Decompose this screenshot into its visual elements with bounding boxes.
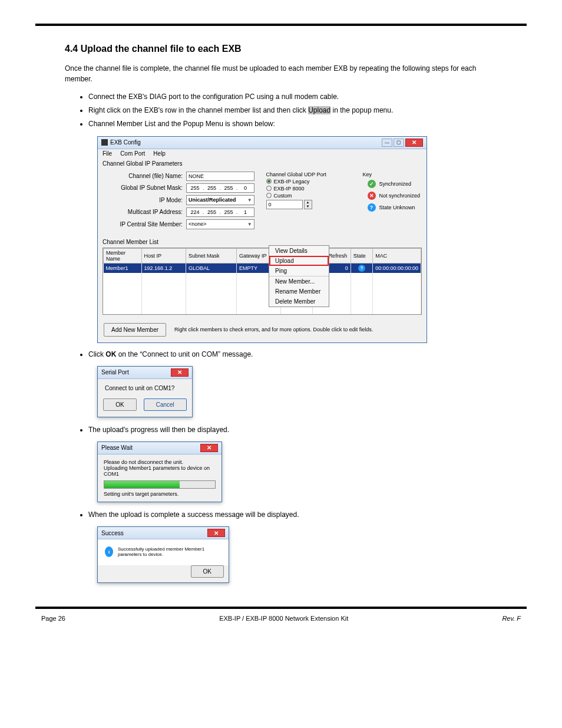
subnet-input[interactable]: 255. 255. 255. 0 bbox=[186, 183, 254, 193]
footer-rev: Rev. F bbox=[502, 615, 521, 622]
question-icon: ? bbox=[358, 265, 365, 272]
page-footer: Page 26 EXB-IP / EXB-IP 8000 Network Ext… bbox=[35, 615, 527, 622]
text: Right click on the EXB's row in the chan… bbox=[88, 106, 308, 114]
intro-paragraph: Once the channel file is complete, the c… bbox=[35, 63, 527, 84]
app-icon bbox=[101, 139, 108, 146]
cell-host: 192.168.1.2 bbox=[141, 263, 186, 273]
oct3[interactable]: 255 bbox=[222, 185, 235, 191]
window-title: EXB Config bbox=[110, 139, 141, 146]
serial-port-dialog: Serial Port ✕ Connect to unit on COM1? O… bbox=[97, 366, 193, 417]
footer-page: Page 26 bbox=[41, 615, 65, 622]
dialog-title: Please Wait bbox=[101, 444, 133, 451]
cell-mac: 00:00:00:00:00:00 bbox=[373, 263, 421, 273]
question-icon: ? bbox=[368, 203, 376, 212]
ok-button[interactable]: OK bbox=[191, 565, 224, 578]
maximize-button[interactable]: ▢ bbox=[394, 139, 404, 147]
ctx-rename-member[interactable]: Rename Member bbox=[269, 286, 329, 297]
key-unknown-label: State Unknown bbox=[379, 205, 415, 210]
context-menu: View Details Upload Ping New Member... R… bbox=[269, 245, 329, 307]
exb-config-window: EXB Config — ▢ ✕ File Com Port Help Chan… bbox=[97, 136, 427, 343]
close-button[interactable]: ✕ bbox=[171, 368, 189, 377]
table-row bbox=[104, 273, 421, 281]
x-icon: ✕ bbox=[368, 192, 376, 200]
minimize-button[interactable]: — bbox=[382, 139, 392, 147]
member-list-label: Channel Member List bbox=[98, 238, 427, 246]
table-header-row: Member Name Host IP Subnet Mask Gateway … bbox=[104, 248, 421, 263]
cell-subnet: GLOBAL bbox=[186, 263, 236, 273]
radio-8000[interactable] bbox=[266, 186, 272, 191]
oct3[interactable]: 255 bbox=[222, 209, 235, 215]
col-mac[interactable]: MAC bbox=[373, 248, 421, 263]
cell-state: ? bbox=[351, 263, 373, 273]
text: on the “Connect to unit on COM” message. bbox=[116, 350, 253, 358]
add-new-member-button[interactable]: Add New Member bbox=[104, 323, 166, 337]
ctx-ping[interactable]: Ping bbox=[269, 266, 329, 276]
cell-name: Member1 bbox=[104, 263, 142, 273]
step-rightclick: Right click on the EXB's row in the chan… bbox=[88, 105, 527, 116]
oct1[interactable]: 224 bbox=[189, 209, 201, 215]
please-wait-dialog: Please Wait ✕ Please do not disconnect t… bbox=[97, 442, 222, 502]
key-legend: Key ✓Synchronized ✕Not synchronized ?Sta… bbox=[361, 172, 421, 232]
radio-custom-label: Custom bbox=[274, 193, 292, 199]
window-controls: — ▢ ✕ bbox=[382, 139, 423, 147]
footer-title: EXB-IP / EXB-IP 8000 Network Extension K… bbox=[219, 615, 348, 622]
ctx-view-details[interactable]: View Details bbox=[269, 246, 329, 256]
dialog-body-text: Connect to unit on COM1? bbox=[105, 385, 185, 391]
section-title: 4.4 Upload the channel file to each EXB bbox=[35, 44, 527, 54]
cancel-button[interactable]: Cancel bbox=[144, 398, 187, 411]
central-select[interactable]: <none> ▼ bbox=[186, 219, 254, 229]
col-state[interactable]: State bbox=[351, 248, 373, 263]
key-title: Key bbox=[363, 172, 421, 177]
radio-legacy[interactable] bbox=[266, 179, 272, 184]
ipmode-select[interactable]: Unicast/Replicated ▼ bbox=[186, 195, 254, 205]
dialog-title: Serial Port bbox=[101, 369, 129, 375]
wait-line1: Please do not disconnect the unit. bbox=[104, 459, 216, 465]
oct2[interactable]: 255 bbox=[206, 185, 219, 191]
check-icon: ✓ bbox=[368, 180, 376, 188]
radio-legacy-label: EXB-IP Legacy bbox=[274, 179, 310, 185]
ctx-new-member[interactable]: New Member... bbox=[269, 276, 329, 286]
table-row bbox=[104, 281, 421, 289]
radio-custom[interactable] bbox=[266, 193, 272, 198]
ipmode-value: Unicast/Replicated bbox=[189, 197, 236, 203]
col-host[interactable]: Host IP bbox=[141, 248, 186, 263]
step-screenshot-note: Channel Member List and the Popup Menu i… bbox=[88, 118, 527, 130]
close-button[interactable]: ✕ bbox=[207, 529, 225, 537]
menu-file[interactable]: File bbox=[103, 150, 112, 157]
oct2[interactable]: 255 bbox=[206, 209, 219, 215]
ctx-delete-member[interactable]: Delete Member bbox=[269, 297, 329, 307]
bottom-rule bbox=[35, 607, 527, 609]
chevron-down-icon: ▼ bbox=[247, 197, 252, 203]
ok-button[interactable]: OK bbox=[103, 398, 136, 411]
oct1[interactable]: 255 bbox=[189, 185, 201, 191]
chevron-down-icon: ▼ bbox=[247, 222, 252, 227]
col-name[interactable]: Member Name bbox=[104, 248, 142, 263]
oct4[interactable]: 0 bbox=[239, 185, 252, 191]
oct4[interactable]: 1 bbox=[239, 209, 252, 215]
menubar: File Com Port Help bbox=[98, 149, 427, 158]
ctx-upload[interactable]: Upload bbox=[269, 256, 329, 266]
step-success: When the upload is complete a success me… bbox=[88, 509, 527, 521]
menu-comport[interactable]: Com Port bbox=[120, 150, 145, 157]
close-button[interactable]: ✕ bbox=[200, 444, 218, 452]
udp-port-input[interactable]: 0 bbox=[266, 200, 303, 209]
channel-name-value: NONE bbox=[186, 172, 254, 181]
udp-port-group: Channel Global UDP Port EXB-IP Legacy EX… bbox=[266, 172, 349, 232]
subnet-label: Global IP Subnet Mask: bbox=[104, 185, 186, 191]
info-icon: i bbox=[105, 546, 113, 557]
dialog-title: Success bbox=[101, 530, 124, 536]
menu-help[interactable]: Help bbox=[153, 150, 166, 157]
close-button[interactable]: ✕ bbox=[405, 139, 423, 147]
wait-line2: Uploading Member1 parameters to device o… bbox=[104, 465, 216, 477]
udp-port-stepper[interactable]: ▲▼ bbox=[304, 200, 312, 209]
hint-text: Right click members to check errors, and… bbox=[174, 327, 373, 332]
radio-8000-label: EXB-IP 8000 bbox=[274, 186, 305, 192]
table-row bbox=[104, 289, 421, 298]
col-subnet[interactable]: Subnet Mask bbox=[186, 248, 236, 263]
multicast-label: Multicast IP Address: bbox=[104, 209, 186, 215]
table-row[interactable]: Member1 192.168.1.2 GLOBAL EMPTY 0 ? 00:… bbox=[104, 263, 421, 273]
multicast-input[interactable]: 224. 255. 255. 1 bbox=[186, 207, 254, 217]
global-params-label: Channel Global IP Parameters bbox=[98, 158, 427, 169]
top-rule bbox=[35, 24, 527, 26]
member-table: Member Name Host IP Subnet Mask Gateway … bbox=[103, 248, 421, 314]
